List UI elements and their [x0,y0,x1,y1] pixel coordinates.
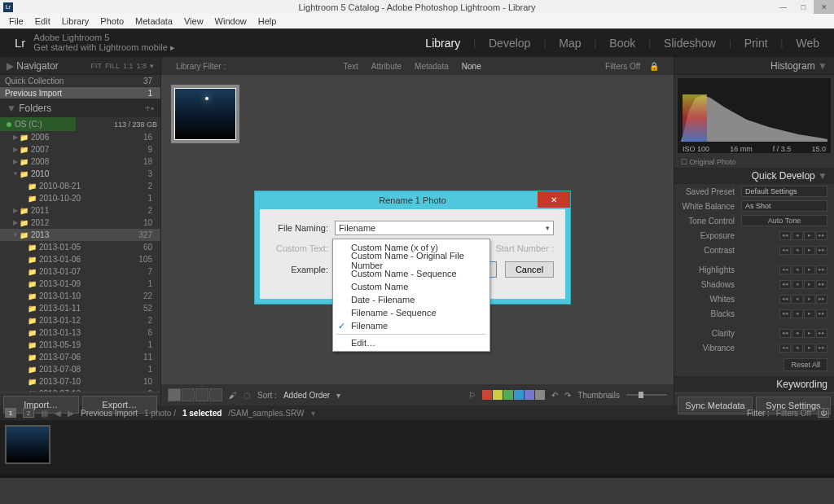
rotate-cw-icon[interactable]: ↷ [564,391,571,400]
survey-view-icon[interactable] [209,388,222,401]
nav-fit[interactable]: FIT [90,62,102,70]
folder-row[interactable]: 📁2013-01-077 [0,265,160,278]
folder-row[interactable]: 📁2013-07-0611 [0,351,160,363]
slider-clarity[interactable]: ◂◂◂▸▸▸ [741,329,827,338]
slider-highlights[interactable]: ◂◂◂▸▸▸ [741,265,827,274]
histogram-header[interactable]: Histogram ▼ [674,57,834,75]
quick-develop-header[interactable]: Quick Develop ▼ [674,168,834,184]
fs-fwd-icon[interactable]: ▶ [68,409,74,418]
fs-screen-1[interactable]: 1 [5,408,16,418]
folder-row[interactable]: 📁2013-01-122 [0,314,160,327]
sync-metadata-button[interactable]: Sync Metadata [678,397,753,414]
dropdown-option[interactable]: Edit… [333,336,489,349]
slider-whites[interactable]: ◂◂◂▸▸▸ [741,295,827,304]
add-folder-icon[interactable]: +▪ [145,103,154,114]
module-slideshow[interactable]: Slideshow [664,37,716,50]
reset-all-button[interactable]: Reset All [784,358,827,371]
dropdown-option[interactable]: Custom Name [333,280,489,293]
folder-row[interactable]: ▶📁20112 [0,204,160,217]
folder-row[interactable]: ▶📁200818 [0,156,160,168]
folder-row[interactable]: 📁2013-05-191 [0,339,160,351]
quick-collection-row[interactable]: Quick Collection37 [0,75,160,87]
chevron-down-icon[interactable]: ▾ [336,391,340,400]
fs-filter-value[interactable]: Filters Off [776,409,811,418]
folder-row[interactable]: ▶📁200616 [0,131,160,143]
menu-edit[interactable]: Edit [29,16,56,26]
menu-file[interactable]: File [3,16,29,26]
menu-photo[interactable]: Photo [94,16,129,26]
folder-row[interactable]: 📁2013-01-0560 [0,241,160,253]
menu-view[interactable]: View [178,16,209,26]
folder-row[interactable]: 📁2013-01-06105 [0,253,160,265]
module-print[interactable]: Print [744,37,768,50]
fs-back-icon[interactable]: ◀ [55,409,61,418]
slider-shadows[interactable]: ◂◂◂▸▸▸ [741,280,827,289]
filter-metadata[interactable]: Metadata [408,62,455,71]
dropdown-option[interactable]: Filename [333,319,489,332]
slider-contrast[interactable]: ◂◂◂▸▸▸ [741,246,827,255]
folder-row[interactable]: ▼📁2013327 [0,229,160,241]
navigator-header[interactable]: ▶ Navigator FIT FILL 1:1 1:8 ▾ [0,57,160,75]
volume-row[interactable]: OS (C:) 113 / 238 GB [0,117,160,131]
menu-metadata[interactable]: Metadata [129,16,178,26]
flag-icon[interactable]: ⚐ [468,391,476,400]
compare-view-icon[interactable] [195,388,208,401]
nav-zoom[interactable]: 1:8 [136,62,147,70]
fs-grid-icon[interactable]: ▦ [41,409,48,418]
color-label-swatch[interactable] [535,390,545,400]
chevron-down-icon[interactable]: ▾ [150,62,154,70]
dropdown-option[interactable]: Date - Filename [333,293,489,306]
folder-row[interactable]: ▼📁20103 [0,168,160,180]
folder-row[interactable]: 📁2013-07-081 [0,363,160,375]
maximize-button[interactable]: □ [793,0,814,14]
keywording-header[interactable]: Keywording [674,376,834,392]
filter-attribute[interactable]: Attribute [365,62,408,71]
folder-row[interactable]: 📁2013-01-136 [0,327,160,339]
module-map[interactable]: Map [559,37,581,50]
folder-row[interactable]: 📁2010-10-201 [0,192,160,204]
module-book[interactable]: Book [609,37,635,50]
filter-text[interactable]: Text [336,62,364,71]
dialog-close-button[interactable]: ✕ [538,191,570,208]
folder-row[interactable]: 📁2010-08-212 [0,180,160,192]
painter-icon[interactable]: 🖌 [229,391,237,400]
previous-import-row[interactable]: Previous Import1 [0,87,160,99]
auto-tone-button[interactable]: Auto Tone [741,215,827,226]
chevron-down-icon[interactable]: ▾ [311,409,315,418]
original-photo-checkbox[interactable]: ☐ Original Photo [674,156,834,168]
rotate-ccw-icon[interactable]: ↶ [551,391,558,400]
folder-row[interactable]: 📁2013-07-1010 [0,375,160,388]
saved-preset-select[interactable]: Default Settings [741,186,827,197]
white-balance-select[interactable]: As Shot [741,200,827,212]
folders-header[interactable]: ▼ Folders +▪ [0,99,160,117]
module-develop[interactable]: Develop [489,37,530,50]
slider-vibrance[interactable]: ◂◂◂▸▸▸ [741,344,827,353]
cancel-button[interactable]: Cancel [505,261,554,278]
menu-library[interactable]: Library [56,16,95,26]
folder-row[interactable]: 📁2013-01-1152 [0,302,160,314]
grid-view-icon[interactable] [168,388,181,401]
menu-help[interactable]: Help [252,16,283,26]
dialog-title-bar[interactable]: Rename 1 Photo ✕ [255,191,570,209]
color-label-swatch[interactable] [503,390,513,400]
color-label-swatch[interactable] [525,390,534,400]
file-naming-combo[interactable]: Filename [335,221,554,235]
thumbnail-size-slider[interactable] [626,394,667,396]
color-label-swatch[interactable] [493,390,503,400]
photo-thumbnail[interactable] [171,85,239,143]
color-label-swatch[interactable] [482,390,492,400]
color-label-swatch[interactable] [514,390,524,400]
sort-value[interactable]: Added Order [283,391,330,400]
fs-screen-2[interactable]: 2 [23,408,34,418]
dropdown-option[interactable]: Custom Name - Sequence [333,267,489,280]
slider-exposure[interactable]: ◂◂◂▸▸▸ [741,231,827,240]
filmstrip-thumbnail[interactable] [5,425,50,464]
close-window-button[interactable]: ✕ [814,0,834,14]
menu-window[interactable]: Window [209,16,252,26]
histogram-display[interactable]: ISO 100 16 mm f / 3.5 15.0 [678,78,831,153]
filmstrip[interactable] [0,420,834,474]
module-web[interactable]: Web [796,37,819,50]
filter-off[interactable]: Filters Off 🔒 [592,62,665,71]
pick-flag-icon[interactable]: ◌ [244,391,251,400]
loupe-view-icon[interactable] [182,388,195,401]
